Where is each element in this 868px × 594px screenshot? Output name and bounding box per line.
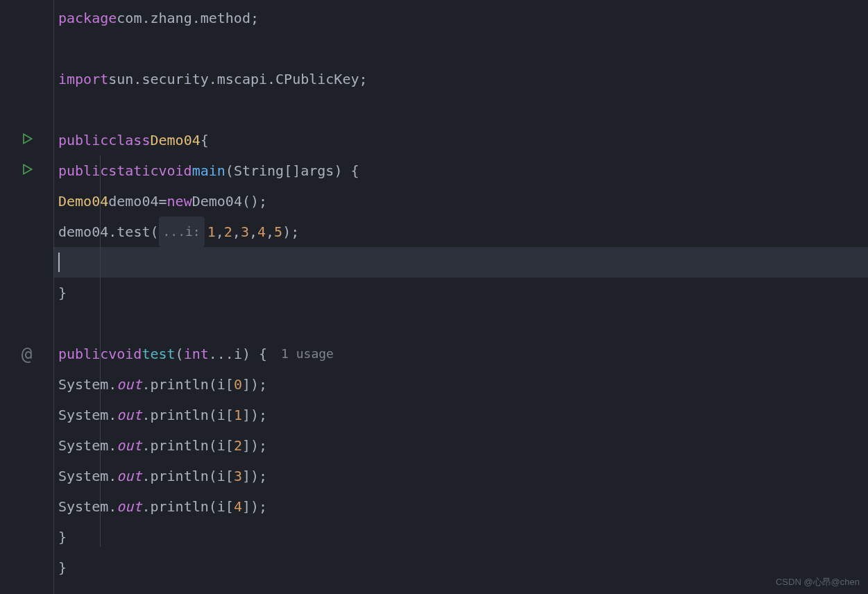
code-line[interactable]: package com.zhang.method; <box>54 3 868 33</box>
class-name: Demo04 <box>150 125 200 155</box>
watermark: CSDN @心昂@chen <box>776 576 860 588</box>
code-line[interactable] <box>54 94 868 125</box>
usage-hint[interactable]: 1 usage <box>267 339 334 369</box>
code-line[interactable]: System.out.println(i[2]); <box>54 430 868 461</box>
code-line[interactable]: System.out.println(i[1]); <box>54 400 868 430</box>
run-class-icon[interactable] <box>20 132 34 149</box>
code-line[interactable]: System.out.println(i[0]); <box>54 369 868 400</box>
code-line[interactable] <box>54 33 868 64</box>
run-method-icon[interactable] <box>20 162 34 180</box>
code-line-current[interactable] <box>54 247 868 278</box>
import-name: sun.security.mscapi.CPublicKey <box>108 64 359 94</box>
indent-guide <box>100 155 101 547</box>
cursor-icon <box>58 253 60 272</box>
keyword-import: import <box>58 64 108 94</box>
parameter-hint: ...i: <box>159 217 205 247</box>
editor-container: @ package com.zhang.method; import sun.s… <box>0 0 868 594</box>
method-test: test <box>142 339 175 369</box>
code-line[interactable]: } <box>54 522 868 552</box>
gutter: @ <box>0 0 54 594</box>
code-line[interactable]: System.out.println(i[3]); <box>54 461 868 491</box>
code-line[interactable]: demo04.test( ...i:1,2,3,4,5); <box>54 217 868 247</box>
code-line[interactable]: public static void main(String[] args) { <box>54 155 868 186</box>
keyword-package: package <box>58 3 117 33</box>
code-line[interactable]: import sun.security.mscapi.CPublicKey; <box>54 64 868 94</box>
package-name: com.zhang.method <box>117 3 250 33</box>
code-line[interactable] <box>54 308 868 339</box>
code-line[interactable]: System.out.println(i[4]); <box>54 491 868 522</box>
code-line[interactable]: Demo04 demo04 = new Demo04(); <box>54 186 868 217</box>
code-line[interactable]: public class Demo04 { <box>54 125 868 155</box>
code-line[interactable]: public void test(int ...i) {1 usage <box>54 339 868 369</box>
code-area[interactable]: package com.zhang.method; import sun.sec… <box>54 0 868 594</box>
method-main: main <box>192 155 225 186</box>
code-line[interactable]: } <box>54 278 868 308</box>
override-icon[interactable]: @ <box>22 343 33 364</box>
code-line[interactable]: } <box>54 552 868 583</box>
